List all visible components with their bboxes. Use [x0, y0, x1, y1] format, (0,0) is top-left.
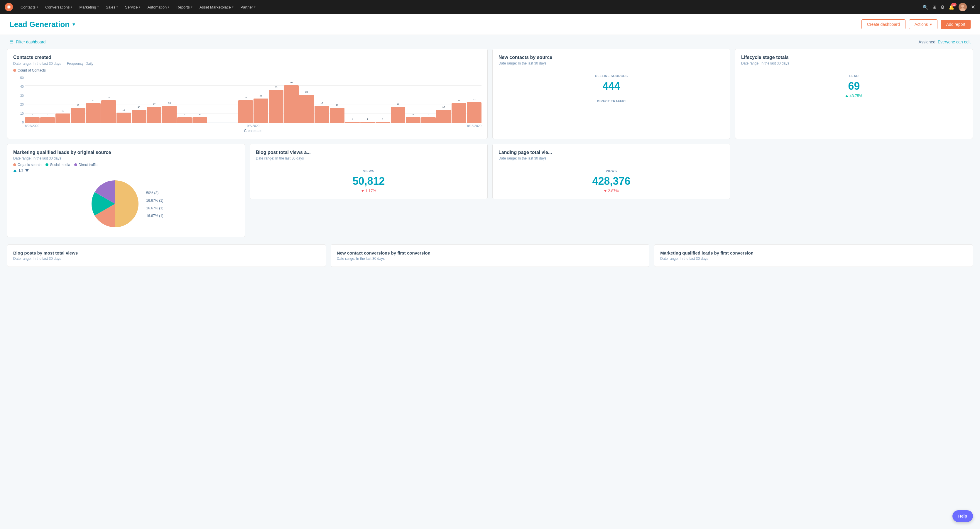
bar-17[interactable]: 40 — [284, 85, 299, 123]
mql-first-conversion-card: Marketing qualified leads by first conve… — [654, 244, 973, 267]
pagination-prev-icon[interactable] — [13, 169, 17, 172]
mql-first-conversion-subtitle: Date range: In the last 30 days — [660, 257, 967, 261]
landing-views-label: VIEWS — [498, 169, 724, 173]
landing-views-subtitle: Date range: In the last 30 days — [498, 156, 724, 160]
contacts-legend-item: Count of Contacts — [13, 68, 46, 72]
bar-28[interactable]: 21 — [452, 103, 466, 123]
organic-search-legend: Organic search — [13, 163, 41, 167]
social-media-legend: Social media — [46, 163, 70, 167]
nav-contacts[interactable]: Contacts▾ — [18, 4, 41, 11]
blog-views-value: 50,812 — [256, 175, 482, 187]
search-icon[interactable]: 🔍 — [923, 5, 928, 10]
bar-26[interactable]: 6 — [421, 117, 436, 123]
landing-views-value: 428,376 — [498, 175, 724, 187]
assigned-value[interactable]: Everyone can edit — [938, 40, 970, 44]
add-report-button[interactable]: Add report — [941, 20, 970, 29]
contacts-date-range: Date range: In the last 30 days — [13, 62, 61, 66]
svg-point-3 — [961, 5, 964, 8]
pie-label-50: 50% (3) — [146, 191, 164, 195]
grid-icon[interactable]: ⊞ — [932, 5, 936, 10]
create-dashboard-button[interactable]: Create dashboard — [861, 19, 905, 29]
blog-most-views-title: Blog posts by most total views — [13, 250, 320, 256]
landing-down-arrow — [604, 190, 607, 192]
close-icon[interactable]: ✕ — [971, 4, 975, 10]
nav-reports[interactable]: Reports▾ — [173, 4, 196, 11]
lead-up-arrow — [845, 95, 848, 97]
nav-automation[interactable]: Automation▾ — [144, 4, 172, 11]
avatar[interactable] — [959, 3, 967, 11]
bar-8[interactable]: 17 — [147, 107, 162, 123]
notifications-icon[interactable]: 🔔 19 — [948, 5, 955, 10]
nav-conversations[interactable]: Conversations▾ — [42, 4, 75, 11]
bar-27[interactable]: 14 — [436, 110, 451, 123]
bar-29[interactable]: 22 — [467, 102, 482, 123]
new-contacts-source-card: New contacts by source Date range: In th… — [492, 49, 730, 139]
actions-button[interactable]: Actions ▾ — [909, 19, 937, 29]
blog-views-card: Blog post total views a... Date range: I… — [250, 144, 488, 199]
contacts-frequency: Frequency: Daily — [67, 62, 93, 66]
bar-15[interactable]: 26 — [253, 98, 268, 123]
hubspot-logo[interactable] — [5, 3, 13, 11]
bar-14[interactable]: 24 — [238, 100, 253, 123]
blog-down-arrow — [361, 190, 364, 192]
bar-19[interactable]: 18 — [315, 106, 329, 123]
bar-20[interactable]: 16 — [330, 108, 344, 123]
contacts-legend-dot — [13, 69, 16, 72]
direct-traffic-legend: Direct traffic — [74, 163, 97, 167]
lifecycle-subtitle: Date range: In the last 30 days — [741, 61, 967, 65]
filter-icon: ☰ — [10, 39, 13, 44]
bar-11[interactable]: 6 — [192, 117, 207, 123]
bar-3[interactable]: 16 — [71, 108, 85, 123]
bar-1[interactable]: 6 — [40, 117, 55, 123]
lifecycle-title: Lifecycle stage totals — [741, 55, 967, 60]
pie-chart — [89, 177, 142, 231]
bar-0[interactable]: 6 — [25, 117, 40, 123]
contacts-created-card: Contacts created Date range: In the last… — [7, 49, 488, 139]
bar-21[interactable]: 1 — [345, 122, 360, 123]
bar-16[interactable]: 35 — [269, 90, 283, 123]
nav-marketing[interactable]: Marketing▾ — [76, 4, 102, 11]
bar-10[interactable]: 6 — [177, 117, 192, 123]
bar-4[interactable]: 21 — [86, 103, 101, 123]
nav-service[interactable]: Service▾ — [122, 4, 143, 11]
x-axis-title: Create date — [25, 129, 482, 133]
blog-views-title: Blog post total views a... — [256, 150, 482, 155]
lead-change: 43.75% — [741, 94, 967, 98]
lead-value: 69 — [741, 80, 967, 92]
bar-24[interactable]: 17 — [391, 107, 406, 123]
bar-9[interactable]: 18 — [162, 106, 177, 123]
nav-asset-marketplace[interactable]: Asset Marketplace▾ — [197, 4, 237, 11]
offline-sources-label: OFFLINE SOURCES — [498, 74, 724, 78]
pagination-next-icon[interactable] — [25, 169, 29, 172]
pie-label-16-2: 16.67% (1) — [146, 206, 164, 210]
settings-icon[interactable]: ⚙ — [940, 5, 945, 10]
blog-views-label: VIEWS — [256, 169, 482, 173]
mql-first-conversion-title: Marketing qualified leads by first conve… — [660, 250, 967, 256]
dashboard-dropdown-icon[interactable]: ▾ — [73, 21, 75, 27]
bottom-row: Blog posts by most total views Date rang… — [0, 244, 980, 274]
bar-25[interactable]: 6 — [406, 117, 420, 123]
bar-2[interactable]: 10 — [56, 113, 70, 123]
bar-22[interactable]: 1 — [360, 122, 375, 123]
bar-5[interactable]: 24 — [101, 100, 116, 123]
blog-most-views-card: Blog posts by most total views Date rang… — [7, 244, 326, 267]
filter-dashboard-button[interactable]: ☰ Filter dashboard — [10, 39, 46, 44]
mql-title: Marketing qualified leads by original so… — [13, 150, 239, 155]
new-contacts-title: New contacts by source — [498, 55, 724, 60]
bar-18[interactable]: 30 — [299, 95, 314, 123]
bar-7[interactable]: 14 — [132, 110, 146, 123]
notification-badge: 19 — [951, 3, 956, 6]
mql-subtitle: Date range: In the last 30 days — [13, 156, 239, 160]
nav-sales[interactable]: Sales▾ — [103, 4, 121, 11]
contacts-chart: 50 40 30 20 10 0 66101621241114171 — [13, 76, 482, 133]
pie-label-16-3: 16.67% (1) — [146, 214, 164, 218]
landing-views-card: Landing page total vie... Date range: In… — [492, 144, 730, 199]
bar-23[interactable]: 1 — [375, 122, 390, 123]
nav-partner[interactable]: Partner▾ — [238, 4, 259, 11]
landing-views-change: 2.87% — [498, 189, 724, 193]
new-contact-conversions-card: New contact conversions by first convers… — [331, 244, 650, 267]
bar-6[interactable]: 11 — [116, 113, 131, 123]
blog-views-subtitle: Date range: In the last 30 days — [256, 156, 482, 160]
pie-chart-area: 50% (3) 16.67% (1) 16.67% (1) 16.67% (1) — [13, 177, 239, 231]
x-axis-labels: 8/26/2020 9/5/2020 9/15/2020 — [25, 124, 482, 127]
